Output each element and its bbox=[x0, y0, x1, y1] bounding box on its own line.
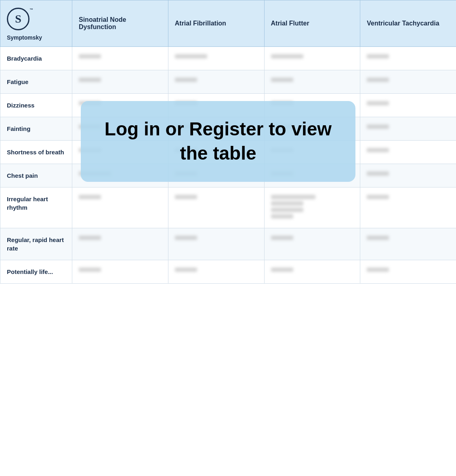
data-cell bbox=[72, 70, 168, 94]
symptom-label: Shortness of breath bbox=[0, 141, 72, 164]
data-cell bbox=[72, 260, 168, 284]
header-atrial-fib: Atrial Fibrillation bbox=[168, 0, 264, 47]
table-row: Fatigue bbox=[0, 70, 456, 94]
data-cell bbox=[360, 117, 456, 141]
data-cell bbox=[360, 260, 456, 284]
data-cell bbox=[360, 141, 456, 164]
table-row: Regular, rapid heart rate bbox=[0, 228, 456, 260]
data-cell bbox=[264, 260, 360, 284]
logo-tm: ™ bbox=[29, 8, 33, 12]
symptom-label: Chest pain bbox=[0, 164, 72, 187]
data-cell bbox=[360, 94, 456, 117]
symptom-label: Irregular heart rhythm bbox=[0, 187, 72, 228]
header-ventricular: Ventricular Tachycardia bbox=[360, 0, 456, 47]
header-logo-cell: S ™ Symptomsky bbox=[0, 0, 72, 47]
logo-wrap: S ™ bbox=[7, 8, 65, 32]
brand-name: Symptomsky bbox=[7, 34, 65, 41]
data-cell bbox=[360, 187, 456, 228]
data-cell bbox=[360, 164, 456, 187]
data-cell bbox=[168, 187, 264, 228]
table-row: Potentially life... bbox=[0, 260, 456, 284]
logo-circle: S bbox=[7, 8, 29, 30]
header-sinoatrial: Sinoatrial Node Dysfunction bbox=[72, 0, 168, 47]
login-overlay[interactable]: Log in or Register to view the table bbox=[81, 101, 355, 182]
header-atrial-flutter: Atrial Flutter bbox=[264, 0, 360, 47]
data-cell bbox=[264, 228, 360, 260]
data-cell bbox=[168, 260, 264, 284]
table-row: Bradycardia bbox=[0, 47, 456, 70]
data-cell bbox=[168, 47, 264, 70]
symptom-label: Fatigue bbox=[0, 70, 72, 94]
symptom-label: Dizziness bbox=[0, 94, 72, 117]
data-cell bbox=[264, 47, 360, 70]
symptom-label: Bradycardia bbox=[0, 47, 72, 70]
table-wrapper: S ™ Symptomsky Sinoatrial Node Dysfuncti… bbox=[0, 0, 456, 284]
data-cell bbox=[360, 47, 456, 70]
login-overlay-text: Log in or Register to view the table bbox=[101, 117, 335, 166]
symptom-label: Potentially life... bbox=[0, 260, 72, 284]
login-overlay-container: Log in or Register to view the table bbox=[81, 101, 355, 182]
data-cell bbox=[72, 187, 168, 228]
data-cell bbox=[72, 47, 168, 70]
table-row: Irregular heart rhythm bbox=[0, 187, 456, 228]
symptom-label: Regular, rapid heart rate bbox=[0, 228, 72, 260]
data-cell bbox=[264, 70, 360, 94]
data-cell bbox=[72, 228, 168, 260]
data-cell bbox=[168, 228, 264, 260]
data-cell bbox=[264, 187, 360, 228]
data-cell bbox=[168, 70, 264, 94]
symptom-label: Fainting bbox=[0, 117, 72, 141]
logo-letter: S bbox=[15, 13, 21, 25]
data-cell bbox=[360, 70, 456, 94]
data-cell bbox=[360, 228, 456, 260]
